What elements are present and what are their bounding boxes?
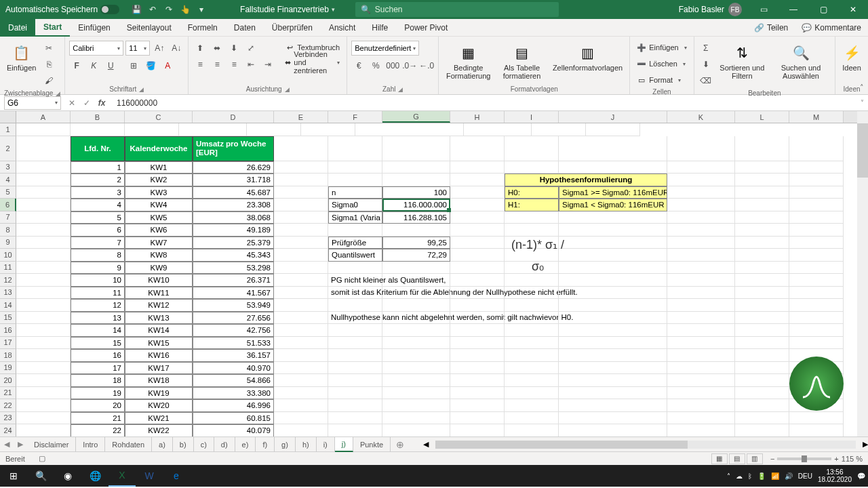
- cell[interactable]: [16, 387, 71, 400]
- cell[interactable]: 25.379: [193, 237, 274, 249]
- cell[interactable]: [382, 324, 450, 337]
- tray-chevron-icon[interactable]: ˄: [727, 472, 730, 480]
- cell[interactable]: [450, 136, 505, 161]
- cell[interactable]: [559, 224, 667, 237]
- cell[interactable]: [125, 123, 179, 136]
- cell[interactable]: KW6: [125, 224, 193, 237]
- cell[interactable]: [328, 412, 382, 425]
- cell[interactable]: [328, 324, 382, 337]
- cell[interactable]: Umsatz pro Woche [EUR]: [193, 136, 274, 161]
- column-header[interactable]: E: [274, 111, 328, 123]
- format-cells-button[interactable]: ▭Format▾: [634, 73, 684, 87]
- sheet-tab[interactable]: e): [235, 437, 256, 452]
- cell[interactable]: [450, 337, 505, 350]
- cell[interactable]: 45.343: [193, 249, 274, 262]
- save-icon[interactable]: 💾: [132, 5, 141, 14]
- cell[interactable]: [586, 123, 640, 136]
- cell[interactable]: 10: [71, 274, 125, 287]
- cell[interactable]: 1: [71, 161, 125, 174]
- cell[interactable]: [667, 237, 735, 249]
- cell[interactable]: [274, 186, 328, 199]
- cell[interactable]: n: [328, 186, 382, 199]
- cell[interactable]: [559, 362, 667, 375]
- insert-cells-button[interactable]: ➕Einfügen▾: [634, 41, 689, 54]
- cell[interactable]: 5: [71, 211, 125, 224]
- search-input[interactable]: 🔍 Suchen: [355, 2, 559, 17]
- cell[interactable]: KW11: [125, 287, 193, 300]
- add-sheet-button[interactable]: ⊕: [391, 439, 410, 450]
- onedrive-icon[interactable]: ☁: [736, 472, 743, 480]
- paste-button[interactable]: 📋 Einfügen: [4, 41, 39, 75]
- cell[interactable]: 26.629: [193, 161, 274, 174]
- cell[interactable]: 36.157: [193, 349, 274, 362]
- cell[interactable]: [667, 299, 735, 312]
- cell[interactable]: [667, 399, 735, 412]
- cell[interactable]: [464, 123, 532, 136]
- cell[interactable]: [382, 174, 450, 186]
- cell[interactable]: [735, 211, 789, 224]
- cell[interactable]: [274, 387, 328, 400]
- font-size-select[interactable]: 11▾: [125, 41, 150, 56]
- cell[interactable]: [789, 312, 844, 325]
- cell[interactable]: [382, 412, 450, 425]
- cell[interactable]: [789, 324, 844, 337]
- cell-styles-button[interactable]: ▥Zellenformatvorlagen: [550, 41, 625, 75]
- cell[interactable]: somit ist das Kriterium für die Ablehnun…: [328, 287, 382, 300]
- cut-icon[interactable]: ✂: [41, 41, 56, 56]
- cell[interactable]: [450, 324, 505, 337]
- cell[interactable]: [328, 174, 382, 186]
- cell[interactable]: [16, 424, 71, 436]
- cell[interactable]: Lfd. Nr.: [71, 136, 125, 161]
- maximize-button[interactable]: ▢: [808, 0, 838, 19]
- cell[interactable]: Sigma0: [328, 199, 382, 211]
- row-header[interactable]: 22: [0, 399, 16, 412]
- cell[interactable]: [382, 161, 450, 174]
- cell[interactable]: [789, 412, 844, 425]
- cell[interactable]: [559, 287, 667, 300]
- macro-record-icon[interactable]: ▢: [39, 454, 45, 463]
- cell[interactable]: [328, 387, 382, 400]
- cell[interactable]: [16, 412, 71, 425]
- wifi-icon[interactable]: 📶: [771, 472, 779, 480]
- cell[interactable]: [16, 312, 71, 325]
- cell[interactable]: KW17: [125, 362, 193, 375]
- cell[interactable]: [667, 374, 735, 387]
- cell[interactable]: [16, 324, 71, 337]
- cell[interactable]: 116.288.105: [382, 211, 450, 224]
- cell[interactable]: 40.079: [193, 424, 274, 436]
- cell[interactable]: [450, 349, 505, 362]
- cell[interactable]: [667, 136, 735, 161]
- cell[interactable]: Sigma1 (Varia: [328, 211, 382, 224]
- column-header[interactable]: F: [328, 111, 382, 123]
- cell[interactable]: [789, 424, 844, 436]
- touch-mode-icon[interactable]: 👆: [180, 5, 190, 14]
- cell[interactable]: [559, 399, 667, 412]
- merge-center-button[interactable]: ⬌Verbinden und zentrieren▾: [282, 56, 342, 69]
- cell[interactable]: [247, 123, 301, 136]
- find-select-button[interactable]: 🔍Suchen und Auswählen: [771, 41, 831, 83]
- docname-caret-icon[interactable]: ▾: [332, 6, 335, 13]
- sheet-tab[interactable]: Disclaimer: [27, 437, 76, 452]
- cell[interactable]: [16, 399, 71, 412]
- cell[interactable]: 14: [71, 324, 125, 337]
- cell[interactable]: 4: [71, 199, 125, 211]
- cell[interactable]: [559, 312, 667, 325]
- row-header[interactable]: 15: [0, 312, 16, 325]
- cell[interactable]: 6: [71, 224, 125, 237]
- column-header[interactable]: G: [382, 111, 450, 123]
- cell[interactable]: [735, 312, 789, 325]
- align-top-icon[interactable]: ⬆: [193, 41, 208, 56]
- cell[interactable]: 116.000.000: [382, 199, 450, 211]
- launcher-icon[interactable]: ◢: [139, 86, 144, 93]
- cell[interactable]: [505, 324, 559, 337]
- cell[interactable]: [450, 299, 505, 312]
- cell[interactable]: [667, 174, 735, 186]
- cell[interactable]: 42.756: [193, 324, 274, 337]
- collapse-ribbon-icon[interactable]: ˄: [860, 83, 864, 92]
- cell[interactable]: 99,25: [382, 237, 450, 249]
- cell[interactable]: [505, 387, 559, 400]
- cell[interactable]: [16, 161, 71, 174]
- cell[interactable]: [274, 249, 328, 262]
- cell[interactable]: [274, 424, 328, 436]
- minimize-button[interactable]: —: [778, 0, 808, 19]
